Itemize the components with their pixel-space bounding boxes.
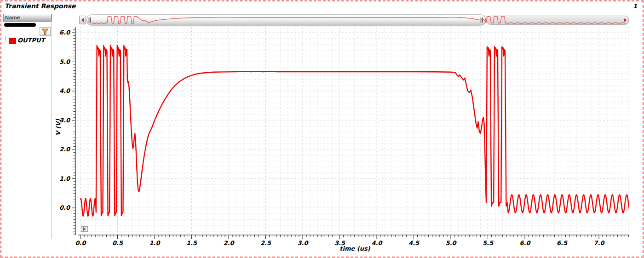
plot-canvas[interactable]	[0, 0, 644, 258]
page-number: 1	[633, 3, 637, 10]
y-tick-label: 2.0	[50, 146, 70, 153]
filter-button[interactable]	[40, 27, 51, 36]
x-axis-title: time (us)	[80, 245, 629, 252]
y-tick-label: 4.0	[50, 87, 70, 94]
y-tick-label: 6.0	[50, 29, 70, 36]
y-axis-title: V (V)	[55, 119, 62, 136]
y-tick-label: 0.0	[50, 204, 70, 211]
redacted-signal-name[interactable]	[4, 23, 36, 27]
plot-title: Transient Response	[5, 2, 76, 10]
y-tick-label: 1.0	[50, 175, 70, 182]
trace-label: OUTPUT	[17, 37, 45, 44]
trace-color-swatch	[9, 38, 16, 44]
scroll-thumb[interactable]	[87, 15, 486, 25]
name-column-header[interactable]: Name	[3, 14, 52, 22]
overview-scrollbar[interactable]	[79, 14, 630, 26]
signal-panel: Name OUTPUT	[3, 14, 52, 239]
y-tick-label: 5.0	[50, 58, 70, 65]
waveform-viewer-window: Transient Response 1 Name OUTPUT	[0, 0, 644, 258]
funnel-icon	[41, 29, 49, 35]
play-icon	[83, 227, 86, 231]
plot-corner-button[interactable]	[81, 226, 88, 232]
